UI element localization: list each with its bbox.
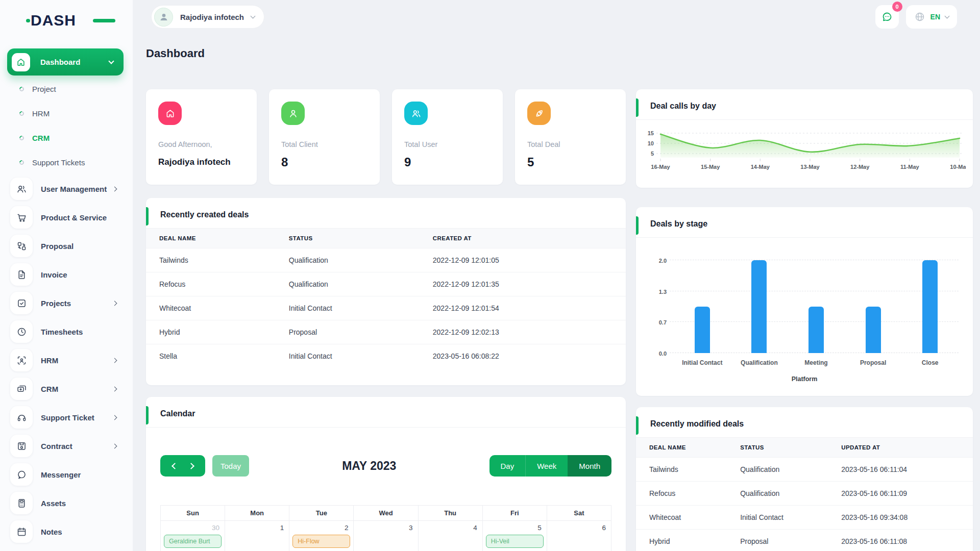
updated-at-cell: 2023-05-16 06:11:04 (828, 458, 973, 482)
total-client-card: Total Client 8 (269, 89, 380, 185)
cart-icon (10, 206, 33, 229)
notification-badge: 0 (892, 2, 902, 12)
recently-modified-deals-card: Recently modified deals DEAL NAME STATUS… (636, 407, 973, 551)
view-week-button[interactable]: Week (526, 455, 568, 477)
sidebar-item-crm[interactable]: CRM (0, 374, 133, 403)
updated-at-cell: 2023-05-16 06:11:08 (828, 530, 973, 551)
column-header: DEAL NAME (146, 229, 276, 248)
svg-text:12-May: 12-May (850, 164, 870, 170)
card-accent (636, 416, 639, 435)
calendar-day-cell[interactable]: 4 (419, 521, 483, 551)
sidebar-item-assets[interactable]: Assets (0, 489, 133, 517)
sidebar-subitem-hrm[interactable]: HRM (0, 101, 133, 126)
next-month-button[interactable] (188, 463, 194, 469)
recently-created-deals-card: Recently created deals DEAL NAME STATUS … (146, 198, 626, 385)
deal-name-cell: Hybrid (636, 530, 727, 551)
modified-deals-table: DEAL NAME STATUS UPDATED AT Tailwinds Qu… (636, 438, 973, 551)
user-scan-icon (10, 349, 33, 371)
check-square-icon (10, 292, 33, 314)
sidebar-subitem-support-tickets[interactable]: Support Tickets (0, 150, 133, 174)
status-cell: Proposal (276, 320, 420, 344)
table-row: Hybrid Proposal 2023-05-16 06:11:08 (636, 530, 973, 551)
chevron-down-icon (945, 14, 950, 19)
table-row: Hybrid Proposal 2022-12-09 12:02:13 (146, 320, 626, 344)
rocket-icon (527, 102, 551, 125)
deal-name-cell: Refocus (636, 482, 727, 506)
calendar-day-cell[interactable]: 5 Hi-Veil (483, 521, 547, 551)
sidebar-item-notes[interactable]: Notes (0, 517, 133, 546)
status-cell: Qualification (727, 458, 828, 482)
sidebar-item-timesheets[interactable]: Timesheets (0, 317, 133, 346)
sidebar-item-invoice[interactable]: Invoice (0, 260, 133, 289)
category-label: Initial Contact (674, 359, 731, 366)
svg-text:13-May: 13-May (800, 164, 820, 170)
calendar-event[interactable]: Geraldine Burt (164, 535, 222, 548)
sidebar-item-label: Dashboard (40, 58, 80, 66)
sidebar-item-support-ticket[interactable]: Support Ticket (0, 403, 133, 432)
created-at-cell: 2022-12-09 12:01:35 (420, 272, 626, 296)
table-row: Whitecoat Initial Contact 2023-05-16 09:… (636, 506, 973, 530)
invoice-icon (10, 263, 33, 286)
messages-button[interactable]: 0 (875, 5, 899, 29)
x-axis-label: Platform (645, 375, 964, 383)
sidebar-item-user-management[interactable]: User Management (0, 174, 133, 203)
sidebar-item-proposal[interactable]: Proposal (0, 232, 133, 260)
table-row: Tailwinds Qualification 2022-12-09 12:01… (146, 248, 626, 272)
calendar-day-cell[interactable]: 1 (225, 521, 289, 551)
sidebar-subitem-project[interactable]: Project (0, 77, 133, 101)
table-row: Stella Initial Contact 2023-05-16 06:08:… (146, 344, 626, 368)
status-cell: Qualification (276, 272, 420, 296)
category-label: Proposal (845, 359, 902, 366)
headset-icon (10, 406, 33, 429)
save-icon (10, 435, 33, 457)
home-icon (12, 53, 30, 71)
total-user-card: Total User 9 (392, 89, 503, 185)
svg-text:5: 5 (651, 151, 654, 157)
sidebar-item-messenger[interactable]: Messenger (0, 460, 133, 489)
table-row: Refocus Qualification 2022-12-09 12:01:3… (146, 272, 626, 296)
language-selector[interactable]: EN (906, 5, 957, 29)
deal-name-cell: Tailwinds (636, 458, 727, 482)
calendar-day-cell[interactable]: 2 Hi-Flow (289, 521, 354, 551)
column-header: DEAL NAME (636, 438, 727, 458)
proposal-icon (10, 235, 33, 257)
view-day-button[interactable]: Day (489, 455, 526, 477)
svg-text:15-May: 15-May (701, 164, 720, 170)
bar-qualification (751, 260, 767, 353)
card-title: Deals by stage (636, 207, 973, 238)
sidebar-item-projects[interactable]: Projects (0, 289, 133, 317)
chevron-right-icon (112, 386, 117, 391)
sidebar-item-hrm[interactable]: HRM (0, 346, 133, 374)
svg-text:14-May: 14-May (751, 164, 770, 170)
app-logo[interactable]: DASH (31, 11, 102, 30)
sidebar-item-contract[interactable]: Contract (0, 432, 133, 460)
svg-text:10: 10 (648, 140, 654, 146)
svg-text:16-May: 16-May (651, 164, 670, 170)
company-selector[interactable]: Rajodiya infotech (151, 5, 264, 29)
clock-icon (10, 320, 33, 343)
today-button[interactable]: Today (212, 455, 249, 477)
status-cell: Initial Contact (727, 506, 828, 530)
sidebar-item-product-service[interactable]: Product & Service (0, 203, 133, 232)
sidebar-subitem-crm[interactable]: CRM (0, 126, 133, 150)
card-accent (636, 216, 639, 235)
calendar-event[interactable]: Hi-Flow (292, 535, 350, 548)
calendar-card: Calendar Today MAY 2023 Day Week Month S… (146, 397, 626, 551)
deals-by-stage-bar-chart: 0.00.71.32.0 Initial ContactQualificatio… (636, 260, 973, 396)
view-month-button[interactable]: Month (568, 455, 611, 477)
globe-icon (914, 11, 925, 22)
deal-name-cell: Hybrid (146, 320, 276, 344)
category-label: Meeting (788, 359, 845, 366)
status-cell: Initial Contact (276, 344, 420, 368)
calendar-day-cell[interactable]: 3 (354, 521, 418, 551)
calendar-day-cell[interactable]: 6 (547, 521, 611, 551)
sidebar-item-dashboard[interactable]: Dashboard (7, 48, 124, 76)
page-title: Dashboard (146, 47, 205, 60)
calendar-day-cell[interactable]: 30 Geraldine Burt (161, 521, 225, 551)
calendar-event[interactable]: Hi-Veil (486, 535, 544, 548)
calendar-view-switcher: Day Week Month (489, 455, 611, 477)
bullet-icon (18, 110, 25, 117)
prev-month-button[interactable] (172, 463, 178, 469)
chat-icon (10, 463, 33, 486)
created-at-cell: 2022-12-09 12:01:05 (420, 248, 626, 272)
